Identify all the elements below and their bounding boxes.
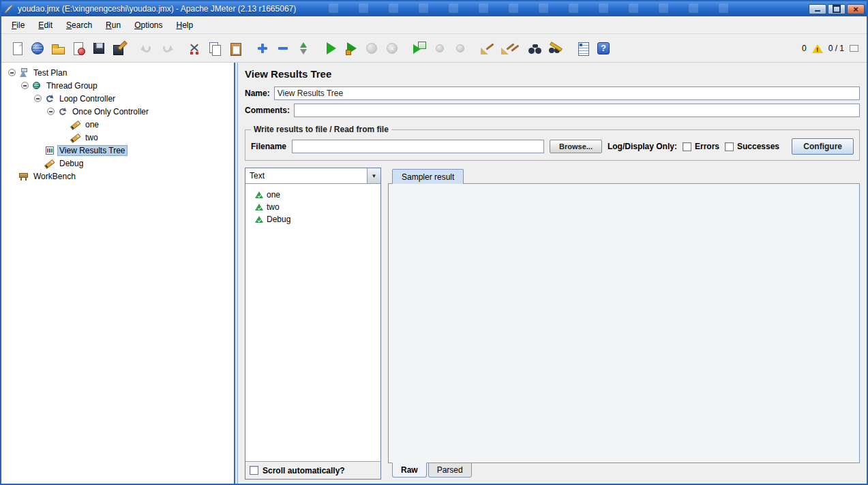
title-bar[interactable]: youdao.jmx (E:\xingnengceshi\youdao.jmx)… — [1, 1, 867, 16]
configure-button[interactable]: Configure — [792, 138, 854, 155]
thread-group-icon — [31, 80, 42, 91]
tree-expand-handle[interactable] — [47, 108, 55, 115]
successes-checkbox[interactable] — [725, 142, 734, 151]
remote-stop-all-button[interactable] — [430, 38, 450, 59]
start-button[interactable] — [320, 38, 341, 59]
expand-all-icon — [254, 40, 271, 57]
tab-parsed[interactable]: Parsed — [428, 463, 472, 478]
save-icon — [91, 40, 107, 57]
sampler-result-panel: Sampler result Raw Parsed — [388, 168, 860, 480]
search-reset-button[interactable] — [545, 38, 566, 59]
shutdown-button[interactable] — [382, 38, 402, 59]
redo-button[interactable] — [157, 38, 177, 59]
browse-button[interactable]: Browse... — [550, 140, 602, 153]
copy-icon — [207, 40, 223, 57]
toggle-button[interactable] — [293, 38, 314, 59]
write-results-legend: Write results to file / Read from file — [251, 125, 391, 134]
test-running-indicator — [850, 45, 858, 52]
results-tree[interactable]: one two Debug — [245, 184, 380, 461]
menu-search[interactable]: Search — [60, 18, 98, 33]
menu-run[interactable]: Run — [100, 18, 127, 33]
shutdown-icon — [384, 40, 400, 57]
jmeter-window: youdao.jmx (E:\xingnengceshi\youdao.jmx)… — [0, 0, 868, 485]
clear-all-icon — [500, 40, 516, 57]
tree-node-debug[interactable]: Debug — [1, 157, 234, 170]
tree-expand-handle[interactable] — [34, 95, 42, 102]
chevron-down-icon[interactable] — [367, 168, 380, 183]
help-icon — [595, 40, 612, 57]
close-file-button[interactable] — [68, 38, 89, 59]
cut-button[interactable] — [184, 38, 205, 59]
expand-all-button[interactable] — [252, 38, 273, 59]
undo-icon — [138, 40, 155, 57]
sampler-result-content[interactable] — [388, 183, 860, 463]
tree-node-loop-controller[interactable]: Loop Controller — [1, 92, 234, 105]
sampler-pencil-icon — [70, 119, 80, 129]
templates-button[interactable] — [27, 38, 48, 59]
name-label: Name: — [245, 89, 270, 98]
start-no-pauses-button[interactable] — [341, 38, 361, 59]
collapse-all-button[interactable] — [273, 38, 293, 59]
menu-help[interactable]: Help — [170, 18, 200, 33]
stop-button[interactable] — [361, 38, 382, 59]
tree-node-two[interactable]: two — [1, 131, 234, 144]
menu-file[interactable]: File — [5, 18, 31, 33]
comments-input[interactable] — [294, 104, 860, 117]
name-input[interactable] — [274, 87, 860, 100]
open-file-button[interactable] — [48, 38, 68, 59]
copy-button[interactable] — [205, 38, 225, 59]
minimize-button[interactable] — [809, 4, 826, 14]
tree-expand-handle[interactable] — [21, 82, 29, 89]
open-folder-icon — [50, 40, 66, 57]
search-button[interactable] — [525, 38, 545, 59]
tree-expand-handle[interactable] — [8, 69, 16, 76]
tab-raw[interactable]: Raw — [392, 463, 427, 478]
scroll-automatically-checkbox[interactable] — [250, 466, 258, 475]
warning-count: 0 — [802, 44, 807, 53]
tree-node-workbench[interactable]: WorkBench — [1, 170, 234, 183]
warning-icon[interactable] — [812, 44, 823, 53]
clear-button[interactable] — [477, 38, 498, 59]
comments-label: Comments: — [245, 106, 290, 115]
stop-icon — [363, 40, 380, 57]
redo-icon — [159, 40, 175, 57]
thread-counter: 0 / 1 — [828, 44, 844, 53]
toggle-icon — [295, 40, 312, 57]
templates-icon — [29, 40, 46, 57]
remote-shutdown-all-button[interactable] — [450, 38, 470, 59]
filename-input[interactable] — [292, 140, 544, 153]
clear-all-button[interactable] — [498, 38, 518, 59]
help-button[interactable] — [593, 38, 614, 59]
tree-node-thread-group[interactable]: Thread Group — [1, 79, 234, 92]
new-file-button[interactable] — [7, 38, 27, 59]
success-icon — [255, 191, 263, 199]
function-helper-button[interactable] — [573, 38, 593, 59]
remote-stop-all-icon — [432, 40, 448, 57]
tree-node-one[interactable]: one — [1, 118, 234, 131]
result-item-debug[interactable]: Debug — [245, 213, 380, 225]
remote-start-all-icon — [411, 40, 428, 57]
menu-edit[interactable]: Edit — [32, 18, 59, 33]
maximize-button[interactable] — [828, 4, 845, 14]
tab-sampler-result[interactable]: Sampler result — [392, 169, 464, 184]
tree-node-test-plan[interactable]: Test Plan — [1, 66, 234, 79]
test-plan-tree[interactable]: Test Plan Thread Group Loop Controller O… — [1, 63, 234, 484]
paste-button[interactable] — [225, 38, 245, 59]
result-item-one[interactable]: one — [245, 189, 380, 201]
view-mode-select[interactable]: Text — [245, 168, 380, 184]
save-button[interactable] — [89, 38, 109, 59]
success-icon — [255, 215, 263, 223]
close-button[interactable] — [847, 4, 865, 14]
remote-start-all-button[interactable] — [409, 38, 430, 59]
errors-label: Errors — [695, 142, 719, 151]
menu-options[interactable]: Options — [128, 18, 168, 33]
undo-button[interactable] — [136, 38, 157, 59]
test-plan-icon — [18, 67, 29, 78]
tree-node-once-only-controller[interactable]: Once Only Controller — [1, 105, 234, 118]
tree-node-view-results-tree[interactable]: View Results Tree — [1, 144, 234, 157]
once-only-controller-icon — [57, 106, 68, 116]
result-item-two[interactable]: two — [245, 201, 380, 213]
search-icon — [527, 40, 543, 57]
save-as-button[interactable] — [109, 38, 130, 59]
errors-checkbox[interactable] — [683, 142, 691, 151]
